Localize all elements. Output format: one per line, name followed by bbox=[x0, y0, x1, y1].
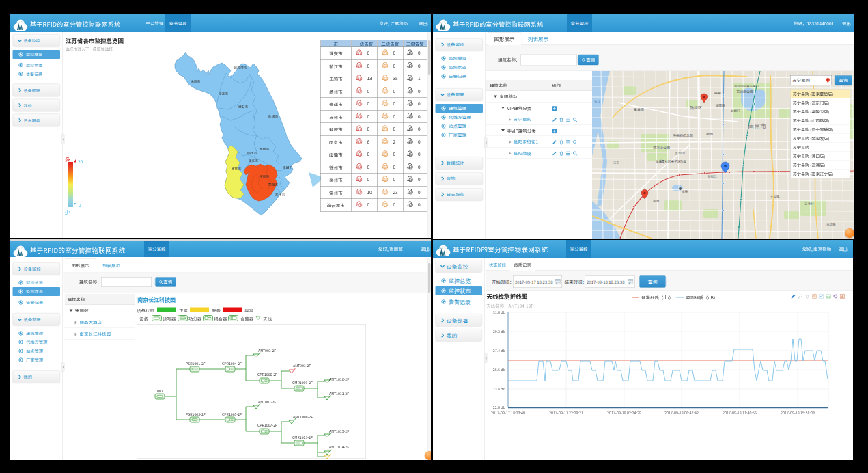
svg-text:3: 3 bbox=[410, 77, 412, 81]
svg-text:2017-09-18 06:47:42: 2017-09-18 06:47:42 bbox=[664, 410, 699, 416]
svg-text:ANT1015-2F: ANT1015-2F bbox=[329, 429, 349, 433]
svg-text:2017-09-18 11:40:56: 2017-09-18 11:40:56 bbox=[723, 410, 757, 416]
svg-text:1: 1 bbox=[359, 89, 361, 93]
svg-text:3: 3 bbox=[410, 203, 412, 207]
svg-text:1: 1 bbox=[359, 165, 361, 169]
svg-text:1: 1 bbox=[359, 203, 361, 207]
svg-text:2017-09-17 18:23:40: 2017-09-17 18:23:40 bbox=[491, 410, 525, 416]
svg-text:ANT1011-2F: ANT1011-2F bbox=[329, 391, 349, 396]
svg-text:徐州市: 徐州市 bbox=[191, 79, 201, 83]
svg-text:ANT1010-2F: ANT1010-2F bbox=[329, 377, 349, 381]
svg-text:龙蟠里社区亲子活动室: 龙蟠里社区亲子活动室 bbox=[656, 159, 686, 163]
svg-text:CPR1005-2F: CPR1005-2F bbox=[222, 411, 242, 416]
svg-text:1: 1 bbox=[359, 190, 361, 194]
svg-text:31.0 db: 31.0 db bbox=[493, 310, 506, 315]
svg-text:CPR1006-2F: CPR1006-2F bbox=[257, 372, 277, 377]
svg-text:ANT003-2F: ANT003-2F bbox=[293, 363, 311, 368]
svg-text:镇江市: 镇江市 bbox=[249, 158, 259, 163]
svg-text:3: 3 bbox=[410, 152, 412, 157]
svg-text:1: 1 bbox=[359, 152, 361, 157]
svg-text:2: 2 bbox=[385, 127, 387, 131]
svg-text:泰州市: 泰州市 bbox=[260, 146, 270, 151]
svg-text:1: 1 bbox=[359, 114, 361, 118]
svg-text:水榭: 水榭 bbox=[682, 189, 688, 193]
svg-text:CMR1013-2F: CMR1013-2F bbox=[292, 435, 313, 440]
svg-text:ANT1014-2F: ANT1014-2F bbox=[329, 444, 349, 449]
svg-text:1: 1 bbox=[359, 51, 361, 55]
svg-text:ANT002-2F: ANT002-2F bbox=[258, 399, 276, 404]
svg-text:南京市: 南京市 bbox=[748, 122, 766, 131]
svg-text:榴园: 榴园 bbox=[706, 131, 713, 136]
svg-text:1: 1 bbox=[359, 178, 361, 182]
svg-text:长江: 长江 bbox=[594, 99, 600, 103]
svg-text:3: 3 bbox=[410, 127, 412, 131]
svg-text:1: 1 bbox=[359, 127, 361, 131]
svg-text:1: 1 bbox=[359, 64, 361, 68]
svg-text:淮安市: 淮安市 bbox=[238, 104, 249, 109]
svg-text:2: 2 bbox=[385, 165, 387, 169]
svg-text:3: 3 bbox=[410, 64, 412, 68]
svg-text:2: 2 bbox=[385, 102, 387, 106]
svg-text:PSR1003-2F: PSR1003-2F bbox=[186, 411, 206, 416]
svg-text:宿迁市: 宿迁市 bbox=[219, 91, 229, 96]
svg-text:T002: T002 bbox=[155, 388, 163, 393]
svg-text:2: 2 bbox=[385, 77, 387, 81]
svg-text:3: 3 bbox=[410, 102, 412, 106]
svg-text:3: 3 bbox=[410, 51, 412, 55]
svg-text:扬州市: 扬州市 bbox=[247, 150, 257, 155]
svg-text:2: 2 bbox=[385, 89, 387, 93]
svg-text:大光路: 大光路 bbox=[770, 195, 780, 199]
svg-text:27.4 db: 27.4 db bbox=[493, 348, 506, 353]
svg-text:3: 3 bbox=[410, 89, 412, 93]
svg-text:南京市: 南京市 bbox=[232, 166, 242, 171]
svg-text:2: 2 bbox=[385, 64, 387, 68]
svg-text:2: 2 bbox=[385, 51, 387, 55]
svg-text:2: 2 bbox=[385, 178, 387, 182]
svg-text:2017-09-17 22:29:21: 2017-09-17 22:29:21 bbox=[549, 410, 583, 416]
svg-text:苏州市: 苏州市 bbox=[275, 192, 285, 197]
svg-text:鼓楼区: 鼓楼区 bbox=[690, 105, 702, 111]
svg-text:29.2 db: 29.2 db bbox=[493, 329, 506, 334]
svg-text:ANT1008-2F: ANT1008-2F bbox=[293, 414, 313, 419]
svg-text:2: 2 bbox=[385, 190, 387, 194]
svg-text:1: 1 bbox=[359, 139, 361, 144]
svg-text:3: 3 bbox=[410, 190, 412, 194]
svg-text:23.8 db: 23.8 db bbox=[493, 386, 506, 392]
svg-text:南湖: 南湖 bbox=[653, 199, 659, 203]
svg-text:2017-09-18 02:24:29: 2017-09-18 02:24:29 bbox=[607, 410, 641, 416]
svg-text:3: 3 bbox=[410, 114, 412, 118]
svg-text:CPR1007-2F: CPR1007-2F bbox=[257, 422, 277, 427]
svg-text:光华路: 光华路 bbox=[826, 222, 836, 226]
svg-text:CPR1004-2F: CPR1004-2F bbox=[222, 361, 242, 366]
svg-text:五老村: 五老村 bbox=[804, 202, 814, 206]
svg-text:中央门: 中央门 bbox=[714, 91, 724, 95]
svg-text:无锡市: 无锡市 bbox=[268, 182, 279, 187]
svg-text:1: 1 bbox=[359, 77, 361, 81]
svg-text:新街口: 新街口 bbox=[708, 174, 717, 178]
svg-text:1: 1 bbox=[359, 102, 361, 106]
svg-text:2: 2 bbox=[385, 152, 387, 157]
svg-text:紫金塔: 紫金塔 bbox=[634, 107, 644, 111]
svg-text:南京国际展览中心: 南京国际展览中心 bbox=[734, 84, 759, 88]
svg-text:五台山: 五台山 bbox=[675, 150, 685, 155]
svg-text:25.6 db: 25.6 db bbox=[493, 367, 506, 373]
svg-text:江东: 江东 bbox=[613, 161, 619, 165]
svg-text:2: 2 bbox=[385, 139, 387, 144]
svg-text:玄武门: 玄武门 bbox=[731, 109, 740, 113]
svg-text:常州市: 常州市 bbox=[260, 174, 270, 178]
svg-text:2: 2 bbox=[385, 203, 387, 207]
svg-text:ANT001-2F: ANT001-2F bbox=[258, 348, 276, 353]
svg-text:CMR1009-2F: CMR1009-2F bbox=[292, 380, 313, 385]
svg-text:PSR1001-2F: PSR1001-2F bbox=[186, 361, 206, 366]
svg-text:连云港市: 连云港市 bbox=[234, 65, 247, 70]
svg-text:3: 3 bbox=[410, 165, 412, 169]
svg-text:南通市: 南通市 bbox=[283, 165, 293, 170]
svg-text:盐城市: 盐城市 bbox=[268, 113, 279, 118]
svg-text:清凉山公园: 清凉山公园 bbox=[653, 145, 670, 150]
svg-text:湖南路: 湖南路 bbox=[716, 103, 725, 107]
svg-text:2: 2 bbox=[385, 114, 387, 118]
svg-text:傅抱石纪念馆: 傅抱石纪念馆 bbox=[672, 133, 693, 137]
svg-text:22.0 db: 22.0 db bbox=[493, 405, 506, 410]
svg-text:3: 3 bbox=[410, 178, 412, 182]
svg-text:2017-09-18 15:58:03: 2017-09-18 15:58:03 bbox=[781, 410, 815, 416]
